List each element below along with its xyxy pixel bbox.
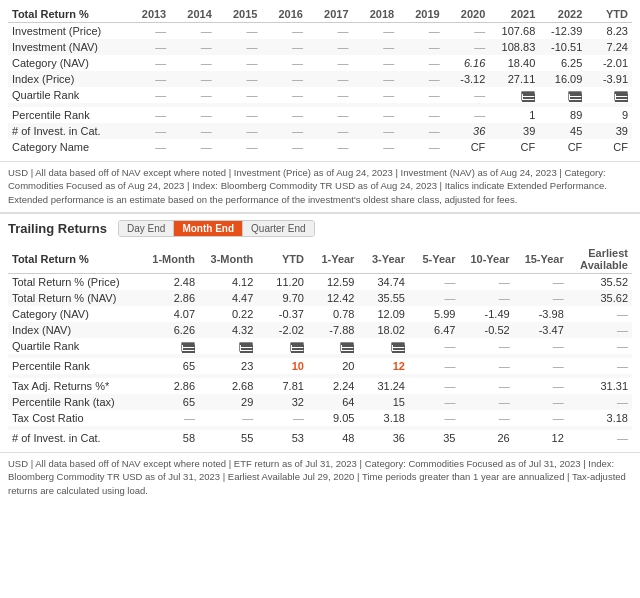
tab-month-end[interactable]: Month End [174, 221, 243, 236]
cell-value: — [216, 139, 262, 155]
trailing-col-header: 5-Year [409, 245, 460, 274]
cell-value: — [125, 107, 171, 123]
cell-value: — [398, 107, 444, 123]
cell-value: — [216, 39, 262, 55]
cell-value: — [568, 338, 632, 354]
cell-value: 15 [358, 394, 409, 410]
cell-value: 55 [199, 430, 257, 446]
cell-value: 27.11 [489, 71, 539, 87]
cell-value: — [444, 107, 490, 123]
cell-value: — [398, 55, 444, 71]
cell-value: — [216, 23, 262, 40]
tab-day-end[interactable]: Day End [119, 221, 174, 236]
cell-value: — [261, 39, 307, 55]
cell-value [539, 87, 586, 103]
tab-quarter-end[interactable]: Quarter End [243, 221, 313, 236]
cell-value: — [307, 123, 353, 139]
cell-value: — [141, 410, 199, 426]
col-year-2014: 2014 [170, 6, 216, 23]
col-label-header: Total Return % [8, 245, 141, 274]
table-row: Category (NAV)———————6.1618.406.25-2.01 [8, 55, 632, 71]
cell-value: — [170, 23, 216, 40]
cell-value: — [216, 55, 262, 71]
row-label: Total Return % (NAV) [8, 290, 141, 306]
cell-value: 4.07 [141, 306, 199, 322]
cell-value: -2.02 [257, 322, 308, 338]
cell-value: — [261, 123, 307, 139]
cell-value: 26 [459, 430, 513, 446]
cell-value: — [261, 107, 307, 123]
cell-value: — [409, 290, 460, 306]
col-year-2022: 2022 [539, 6, 586, 23]
cell-value: — [307, 23, 353, 40]
cell-value: — [170, 107, 216, 123]
cell-value: — [125, 39, 171, 55]
cell-value: 7.24 [586, 39, 632, 55]
cell-value: — [353, 39, 399, 55]
cell-value [586, 87, 632, 103]
cell-value: 39 [586, 123, 632, 139]
table-row: Investment (Price)————————107.68-12.398.… [8, 23, 632, 40]
cell-value: — [459, 358, 513, 374]
cell-value: — [216, 87, 262, 103]
cell-value: 2.86 [141, 378, 199, 394]
cell-value: — [444, 39, 490, 55]
cell-value: — [398, 39, 444, 55]
cell-value: — [261, 55, 307, 71]
cell-value: 65 [141, 394, 199, 410]
row-label: Percentile Rank [8, 358, 141, 374]
cell-value: 4.12 [199, 273, 257, 290]
cell-value: 6.47 [409, 322, 460, 338]
row-label: Percentile Rank [8, 107, 125, 123]
cell-value [358, 338, 409, 354]
cell-value: 10 [257, 358, 308, 374]
cell-value: 35 [409, 430, 460, 446]
cell-value: — [514, 394, 568, 410]
cell-value: 4.32 [199, 322, 257, 338]
cell-value: — [398, 87, 444, 103]
cell-value: 9 [586, 107, 632, 123]
table-row: Category Name———————CFCFCFCF [8, 139, 632, 155]
col-year-YTD: YTD [586, 6, 632, 23]
cell-value: — [568, 358, 632, 374]
cell-value: 3.18 [568, 410, 632, 426]
row-label: Tax Adj. Returns %* [8, 378, 141, 394]
cell-value: -3.12 [444, 71, 490, 87]
row-label: Investment (Price) [8, 23, 125, 40]
cell-value: 4.47 [199, 290, 257, 306]
cell-value: 36 [444, 123, 490, 139]
row-label: Category Name [8, 139, 125, 155]
cell-value: — [568, 430, 632, 446]
cell-value: — [568, 306, 632, 322]
cell-value: — [514, 410, 568, 426]
table-row: Total Return % (Price)2.484.1211.2012.59… [8, 273, 632, 290]
table-row: Category (NAV)4.070.22-0.370.7812.095.99… [8, 306, 632, 322]
annual-returns-table: Total Return %20132014201520162017201820… [8, 6, 632, 155]
cell-value: — [459, 290, 513, 306]
cell-value [257, 338, 308, 354]
col-year-2015: 2015 [216, 6, 262, 23]
table-row: Quartile Rank———————— [8, 87, 632, 103]
col-label-header: Total Return % [8, 6, 125, 23]
cell-value: — [170, 87, 216, 103]
cell-value: 31.24 [358, 378, 409, 394]
table-row: # of Invest. in Cat.———————36394539 [8, 123, 632, 139]
cell-value: 3.18 [358, 410, 409, 426]
cell-value: — [307, 107, 353, 123]
cell-value: 18.02 [358, 322, 409, 338]
cell-value: 89 [539, 107, 586, 123]
row-label: Index (Price) [8, 71, 125, 87]
cell-value: — [125, 55, 171, 71]
cell-value: 23 [199, 358, 257, 374]
cell-value: — [409, 394, 460, 410]
tab-group[interactable]: Day EndMonth EndQuarter End [118, 220, 315, 237]
cell-value: 12 [514, 430, 568, 446]
cell-value [199, 338, 257, 354]
cell-value: — [514, 290, 568, 306]
cell-value: — [514, 378, 568, 394]
cell-value [141, 338, 199, 354]
col-year-2020: 2020 [444, 6, 490, 23]
cell-value: — [353, 55, 399, 71]
cell-value: 34.74 [358, 273, 409, 290]
cell-value: 32 [257, 394, 308, 410]
